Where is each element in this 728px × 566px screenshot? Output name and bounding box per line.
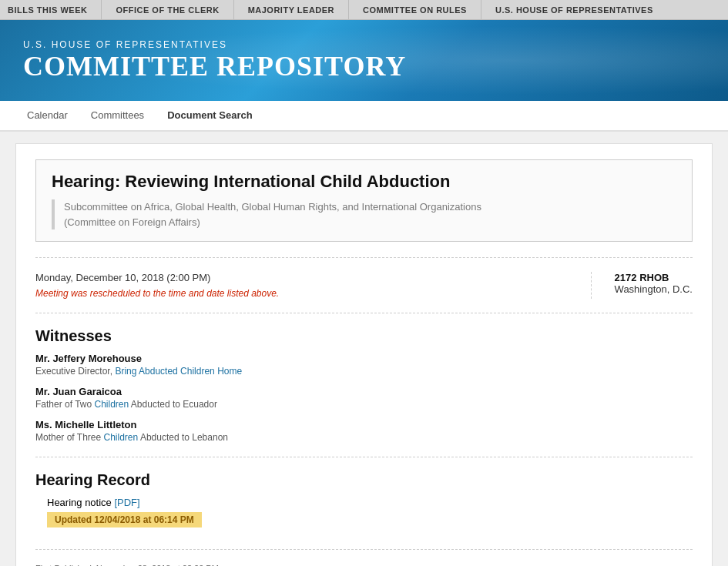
witness-1-role: Executive Director, Bring Abducted Child…: [35, 366, 693, 377]
witness-2-link[interactable]: Children: [94, 399, 129, 410]
hearing-notice-label: Hearing notice: [47, 497, 112, 508]
witness-2-name: Mr. Juan Garaicoa: [35, 386, 693, 397]
secondary-navigation: Calendar Committees Document Search: [0, 101, 728, 132]
witness-2-role-text1: Father of Two: [35, 399, 94, 410]
witness-2-role-text2: Abducted to Ecuador: [129, 399, 217, 410]
top-nav-rules[interactable]: COMMITTEE ON RULES: [349, 0, 481, 20]
divider-2: [35, 313, 693, 313]
reschedule-note: Meeting was rescheduled to the time and …: [35, 288, 575, 299]
witness-3-role: Mother of Three Children Abducted to Leb…: [35, 432, 693, 443]
site-logo-topline: U.S. House of Representatives: [23, 39, 406, 50]
divider-3: [35, 457, 693, 457]
divider-1: [35, 257, 693, 258]
witness-1: Mr. Jeffery Morehouse Executive Director…: [35, 353, 693, 377]
witness-2: Mr. Juan Garaicoa Father of Two Children…: [35, 386, 693, 410]
witness-3-role-text2: Abducted to Lebanon: [138, 432, 228, 443]
witness-3-link[interactable]: Children: [104, 432, 139, 443]
hearing-record-section: Hearing Record Hearing notice [PDF] Upda…: [35, 471, 693, 535]
hearing-subtitle-paren: (Committee on Foreign Affairs): [64, 216, 200, 228]
hearing-title-box: Hearing: Reviewing International Child A…: [35, 159, 693, 242]
witness-1-name: Mr. Jeffery Morehouse: [35, 353, 693, 364]
date-location-row: Monday, December 10, 2018 (2:00 PM) Meet…: [35, 272, 693, 299]
divider-4: [35, 549, 693, 550]
header-banner: U.S. House of Representatives Committee …: [0, 20, 728, 101]
location-room: 2172 RHOB: [615, 272, 693, 283]
hearing-date: Monday, December 10, 2018 (2:00 PM): [35, 272, 575, 283]
location-city: Washington, D.C.: [615, 283, 693, 295]
main-content: Hearing: Reviewing International Child A…: [15, 143, 713, 566]
date-section: Monday, December 10, 2018 (2:00 PM) Meet…: [35, 272, 592, 299]
witness-1-role-text: Executive Director,: [35, 366, 115, 377]
updated-badge: Updated 12/04/2018 at 06:14 PM: [47, 512, 202, 527]
witness-3-name: Ms. Michelle Littleton: [35, 419, 693, 430]
top-nav-majority[interactable]: MAJORITY LEADER: [234, 0, 349, 20]
top-nav-bills[interactable]: BILLS THIS WEEK: [8, 0, 102, 20]
hearing-notice-pdf-link[interactable]: [PDF]: [114, 497, 139, 508]
hearing-subtitle: Subcommittee on Africa, Global Health, G…: [52, 199, 676, 229]
site-logo-title: Committee Repository: [23, 52, 406, 82]
hearing-title: Hearing: Reviewing International Child A…: [52, 172, 676, 192]
witness-3: Ms. Michelle Littleton Mother of Three C…: [35, 419, 693, 443]
site-logo: U.S. House of Representatives Committee …: [23, 39, 406, 82]
nav-committees[interactable]: Committees: [79, 100, 156, 131]
nav-calendar[interactable]: Calendar: [15, 100, 79, 131]
hearing-record-title: Hearing Record: [35, 471, 693, 489]
top-nav-house[interactable]: U.S. HOUSE OF REPRESENTATIVES: [481, 0, 667, 20]
top-nav-clerk[interactable]: OFFICE OF THE CLERK: [102, 0, 233, 20]
witnesses-title: Witnesses: [35, 327, 693, 345]
location-section: 2172 RHOB Washington, D.C.: [592, 272, 693, 299]
witness-1-org-link[interactable]: Bring Abducted Children Home: [115, 366, 242, 377]
witnesses-section: Witnesses Mr. Jeffery Morehouse Executiv…: [35, 327, 693, 443]
nav-document-search[interactable]: Document Search: [156, 100, 264, 131]
witness-3-role-text1: Mother of Three: [35, 432, 104, 443]
top-navigation: BILLS THIS WEEK OFFICE OF THE CLERK MAJO…: [0, 0, 728, 20]
hearing-subtitle-text: Subcommittee on Africa, Global Health, G…: [64, 201, 481, 213]
witness-2-role: Father of Two Children Abducted to Ecuad…: [35, 399, 693, 410]
hearing-record-item-1: Hearing notice [PDF]: [47, 497, 693, 508]
